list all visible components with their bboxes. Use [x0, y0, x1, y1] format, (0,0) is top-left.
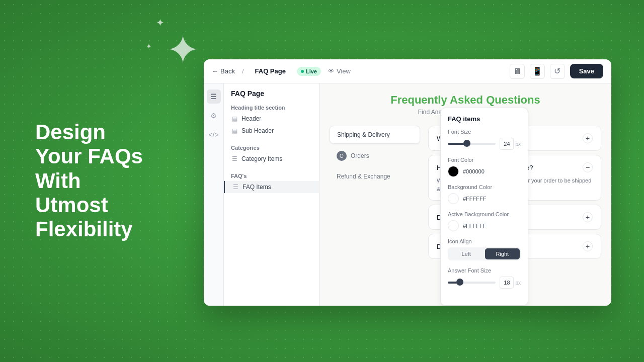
active-bg-color-label: Active Background Color: [448, 211, 521, 217]
icon-align-control: Icon Align Left Right: [448, 238, 521, 260]
font-color-label: Font Color: [448, 157, 521, 163]
panel-title: FAQ Page: [224, 89, 319, 103]
back-label: Back: [220, 67, 235, 75]
section-heading-label: Heading title section: [224, 103, 319, 113]
left-panel: FAQ Page Heading title section ▤ Header …: [224, 83, 319, 306]
section-heading: Heading title section ▤ Header ▤ Sub Hea…: [224, 103, 319, 137]
font-size-input: 24 px: [500, 138, 521, 150]
section-categories-label: Categories: [224, 143, 319, 153]
active-bg-color-row: #FFFFFF: [448, 220, 521, 231]
live-badge: Live: [297, 67, 321, 76]
answer-font-size-thumb[interactable]: [456, 279, 463, 286]
header-item[interactable]: ▤ Header: [224, 113, 319, 125]
tab-faq-page[interactable]: FAQ Page: [251, 65, 290, 77]
top-bar-left: ← Back / FAQ Page Live 👁 View: [212, 65, 351, 77]
sub-panel-title: FAQ items: [448, 115, 521, 123]
star-decoration-small: ✦: [156, 18, 165, 28]
faq-toggle-4[interactable]: +: [583, 241, 593, 251]
section-faqs: FAQ's ☰ FAQ Items: [224, 171, 319, 193]
icon-align-right[interactable]: Right: [485, 248, 520, 259]
header-icon: ▤: [231, 115, 238, 122]
bg-color-label: Background Color: [448, 184, 521, 190]
category-orders[interactable]: O Orders: [330, 146, 420, 166]
font-color-control: Font Color #000000: [448, 157, 521, 177]
active-bg-color-swatch[interactable]: [448, 220, 459, 231]
sidebar-icons: ☰ ⚙ </>: [204, 83, 224, 306]
mobile-icon[interactable]: 📱: [530, 64, 545, 79]
font-color-swatch[interactable]: [448, 166, 459, 177]
sub-panel: FAQ items Font Size 24 px: [440, 108, 528, 306]
icon-align-label: Icon Align: [448, 238, 521, 244]
main-content: ☰ ⚙ </> FAQ Page Heading title section ▤…: [204, 83, 611, 306]
category-icon: ☰: [231, 155, 238, 162]
breadcrumb-separator: /: [242, 67, 244, 75]
font-size-slider[interactable]: [448, 143, 496, 145]
live-label: Live: [306, 68, 317, 74]
active-bg-color-control: Active Background Color #FFFFFF: [448, 211, 521, 231]
categories-list: Shipping & Delivery O Orders Refund & Ex…: [330, 126, 420, 263]
answer-font-size-slider[interactable]: [448, 282, 496, 284]
faq-toggle-2[interactable]: −: [583, 162, 593, 172]
faq-toggle-1[interactable]: +: [583, 133, 593, 143]
faq-icon: ☰: [232, 184, 239, 191]
faq-toggle-3[interactable]: +: [583, 212, 593, 222]
back-button[interactable]: ← Back: [212, 67, 235, 75]
back-chevron-icon: ←: [212, 67, 218, 75]
top-bar: ← Back / FAQ Page Live 👁 View 🖥 📱 ↺ Save: [204, 59, 611, 83]
sidebar-layers-icon[interactable]: ☰: [207, 89, 221, 104]
sidebar-code-icon[interactable]: </>: [207, 128, 221, 142]
category-refund[interactable]: Refund & Exchange: [330, 168, 420, 185]
bg-color-control: Background Color #FFFFFF: [448, 184, 521, 204]
answer-font-size-control: Answer Font Size 18 px: [448, 267, 521, 289]
bg-color-value: #FFFFFF: [463, 196, 486, 202]
answer-font-size-label: Answer Font Size: [448, 267, 521, 274]
star-decoration-large: ✦: [166, 30, 200, 70]
font-size-slider-row: 24 px: [448, 138, 521, 150]
active-bg-color-value: #FFFFFF: [463, 223, 486, 229]
undo-icon[interactable]: ↺: [550, 64, 565, 79]
sub-header-icon: ▤: [231, 127, 238, 134]
font-size-value[interactable]: 24: [500, 138, 514, 150]
faq-items-item[interactable]: ☰ FAQ Items: [224, 181, 319, 193]
font-size-unit: px: [515, 141, 521, 147]
app-window: ← Back / FAQ Page Live 👁 View 🖥 📱 ↺ Save…: [204, 59, 611, 306]
answer-font-size-input: 18 px: [500, 277, 521, 289]
font-color-value: #000000: [463, 168, 485, 174]
sub-header-item[interactable]: ▤ Sub Header: [224, 125, 319, 137]
center-area: FAQ items Font Size 24 px: [319, 83, 611, 306]
font-size-thumb[interactable]: [463, 140, 470, 147]
top-bar-right: 🖥 📱 ↺ Save: [510, 64, 603, 79]
font-size-label: Font Size: [448, 129, 521, 135]
orders-avatar: O: [337, 151, 347, 161]
eye-icon: 👁: [328, 67, 335, 75]
icon-align-toggle: Left Right: [448, 247, 521, 260]
bg-color-row: #FFFFFF: [448, 193, 521, 204]
answer-font-size-unit: px: [515, 280, 521, 286]
view-button[interactable]: 👁 View: [328, 67, 351, 75]
sidebar-settings-icon[interactable]: ⚙: [207, 109, 221, 123]
icon-align-left[interactable]: Left: [449, 248, 484, 259]
faq-title: Frequently Asked Questions: [330, 94, 601, 107]
desktop-icon[interactable]: 🖥: [510, 64, 525, 79]
answer-font-size-value[interactable]: 18: [500, 277, 514, 289]
category-shipping[interactable]: Shipping & Delivery: [330, 126, 420, 144]
section-faqs-label: FAQ's: [224, 171, 319, 181]
live-dot: [301, 70, 304, 73]
category-items-item[interactable]: ☰ Category Items: [224, 153, 319, 165]
hero-text: Design Your FAQs With Utmost Flexibility: [35, 120, 143, 241]
answer-font-size-slider-row: 18 px: [448, 277, 521, 289]
font-size-control: Font Size 24 px: [448, 129, 521, 150]
section-categories: Categories ☰ Category Items: [224, 143, 319, 165]
view-label: View: [337, 67, 351, 75]
font-color-row: #000000: [448, 166, 521, 177]
save-button[interactable]: Save: [570, 64, 603, 78]
star-decoration-tiny: ✦: [146, 43, 152, 50]
bg-color-swatch[interactable]: [448, 193, 459, 204]
